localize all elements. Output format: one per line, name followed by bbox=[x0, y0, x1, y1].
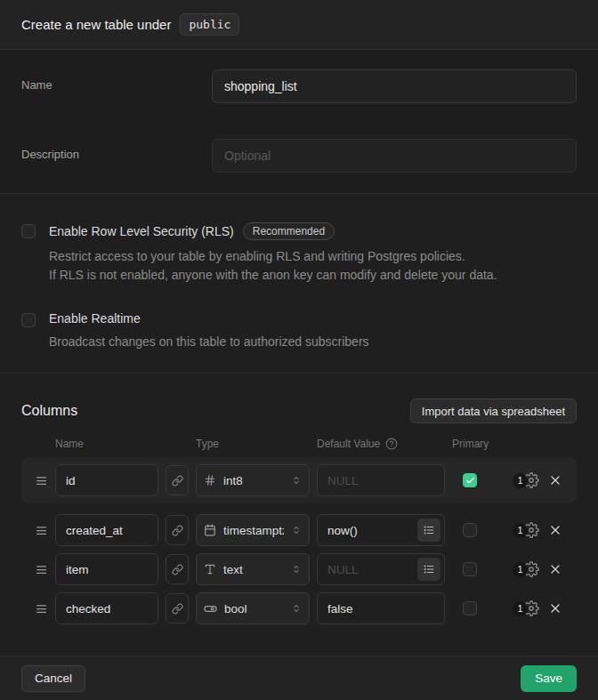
remove-column-button[interactable] bbox=[546, 601, 564, 616]
remove-column-button[interactable] bbox=[546, 562, 564, 576]
rls-checkbox[interactable] bbox=[21, 224, 36, 238]
primary-checkbox[interactable] bbox=[463, 562, 477, 576]
panel-header: Create a new table under public bbox=[0, 0, 598, 50]
table-name-input[interactable] bbox=[212, 69, 577, 103]
list-icon bbox=[423, 563, 435, 575]
column-row: bool 1 bbox=[21, 589, 577, 628]
drag-handle-icon[interactable] bbox=[34, 563, 48, 576]
import-spreadsheet-button[interactable]: Import data via spreadsheet bbox=[410, 398, 577, 423]
realtime-checkbox[interactable] bbox=[21, 313, 36, 327]
close-icon bbox=[548, 523, 562, 537]
table-details-section: Name Description bbox=[0, 50, 598, 194]
foreign-key-button[interactable] bbox=[166, 593, 189, 624]
chevron-up-down-icon bbox=[291, 564, 302, 575]
toggle-icon bbox=[204, 602, 217, 616]
close-icon bbox=[548, 473, 562, 487]
column-settings-button[interactable]: 1 bbox=[513, 522, 539, 538]
panel-title: Create a new table under bbox=[21, 17, 171, 32]
column-name-input[interactable] bbox=[55, 464, 158, 496]
chevron-up-down-icon bbox=[291, 475, 302, 486]
column-row: text 1 bbox=[21, 550, 577, 589]
remove-column-button[interactable] bbox=[546, 473, 564, 487]
help-icon[interactable] bbox=[385, 438, 398, 450]
default-value-picker-button[interactable] bbox=[417, 519, 440, 542]
column-type-value: timestamptz bbox=[223, 524, 284, 537]
column-type-select[interactable]: int8 bbox=[196, 464, 310, 496]
primary-checkbox[interactable] bbox=[463, 473, 477, 487]
column-name-input[interactable] bbox=[55, 514, 158, 546]
drag-handle-icon[interactable] bbox=[34, 602, 48, 616]
foreign-key-button[interactable] bbox=[166, 554, 189, 584]
primary-checkbox[interactable] bbox=[463, 601, 477, 616]
column-headers: Name Type Default Value Primary bbox=[21, 438, 577, 450]
column-settings-button[interactable]: 1 bbox=[513, 600, 539, 616]
save-button[interactable]: Save bbox=[521, 665, 577, 692]
chevron-up-down-icon bbox=[291, 525, 302, 535]
column-type-select[interactable]: timestamptz bbox=[196, 514, 310, 546]
header-default-value: Default Value bbox=[317, 438, 445, 450]
column-default-wrap bbox=[317, 514, 445, 546]
column-type-select[interactable]: text bbox=[196, 553, 310, 585]
rls-description: Restrict access to your table by enablin… bbox=[49, 247, 577, 285]
column-type-value: int8 bbox=[223, 474, 284, 487]
header-name: Name bbox=[55, 438, 189, 450]
column-default-input[interactable] bbox=[317, 464, 445, 496]
description-label: Description bbox=[21, 139, 212, 161]
remove-column-button[interactable] bbox=[546, 523, 564, 537]
foreign-key-button[interactable] bbox=[166, 515, 189, 545]
table-options-section: Enable Row Level Security (RLS) Recommen… bbox=[0, 194, 598, 374]
realtime-label: Enable Realtime bbox=[49, 311, 141, 326]
settings-count-badge: 1 bbox=[513, 601, 528, 616]
default-value-picker-button[interactable] bbox=[417, 558, 440, 581]
link-icon bbox=[172, 525, 183, 536]
name-label: Name bbox=[21, 69, 212, 92]
foreign-key-button[interactable] bbox=[166, 465, 189, 495]
settings-count-badge: 1 bbox=[513, 473, 528, 488]
realtime-toggle-group: Enable Realtime Broadcast changes on thi… bbox=[21, 313, 577, 351]
column-name-input[interactable] bbox=[55, 553, 158, 585]
column-default-wrap bbox=[317, 464, 445, 496]
link-icon bbox=[172, 475, 183, 487]
column-type-value: text bbox=[223, 563, 284, 576]
drag-handle-icon[interactable] bbox=[34, 474, 48, 487]
column-row: timestamptz 1 bbox=[21, 511, 577, 550]
text-icon bbox=[204, 563, 216, 575]
settings-count-badge: 1 bbox=[513, 523, 528, 538]
rls-toggle-group: Enable Row Level Security (RLS) Recommen… bbox=[21, 224, 577, 285]
chevron-up-down-icon bbox=[291, 603, 302, 614]
rls-label: Enable Row Level Security (RLS) bbox=[49, 224, 234, 238]
column-settings-button[interactable]: 1 bbox=[513, 561, 539, 577]
close-icon bbox=[548, 601, 562, 616]
column-settings-button[interactable]: 1 bbox=[513, 472, 539, 488]
primary-checkbox[interactable] bbox=[463, 523, 477, 537]
column-row: int8 1 bbox=[21, 457, 577, 503]
list-icon bbox=[423, 524, 435, 536]
panel-footer: Cancel Save bbox=[0, 656, 598, 700]
drag-handle-icon[interactable] bbox=[34, 524, 48, 537]
link-icon bbox=[172, 603, 183, 615]
close-icon bbox=[548, 562, 562, 576]
hash-icon bbox=[204, 474, 216, 487]
header-type: Type bbox=[196, 438, 310, 450]
realtime-description: Broadcast changes on this table to autho… bbox=[49, 333, 577, 351]
column-type-select[interactable]: bool bbox=[196, 592, 310, 624]
calendar-icon bbox=[204, 524, 216, 536]
settings-count-badge: 1 bbox=[513, 562, 528, 577]
schema-badge: public bbox=[180, 13, 239, 36]
cancel-button[interactable]: Cancel bbox=[21, 665, 85, 692]
header-primary: Primary bbox=[452, 438, 577, 450]
recommended-badge: Recommended bbox=[243, 222, 335, 240]
column-type-value: bool bbox=[224, 602, 284, 616]
column-rows: int8 1 bbox=[21, 457, 577, 628]
columns-section: Columns Import data via spreadsheet Name… bbox=[0, 374, 598, 656]
link-icon bbox=[172, 564, 183, 575]
column-default-wrap bbox=[317, 592, 445, 624]
column-default-input[interactable] bbox=[317, 592, 445, 624]
table-description-input[interactable] bbox=[212, 139, 577, 173]
columns-title: Columns bbox=[21, 403, 77, 419]
column-name-input[interactable] bbox=[55, 592, 158, 624]
column-default-wrap bbox=[317, 553, 445, 585]
